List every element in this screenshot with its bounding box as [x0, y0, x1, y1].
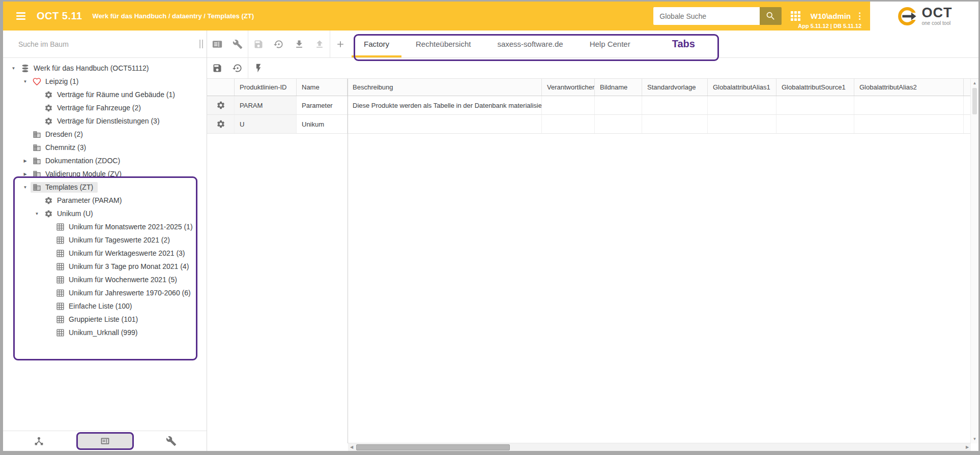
sidebar-resize-handle[interactable]: [199, 40, 203, 48]
tree-item[interactable]: Dresden (2): [3, 128, 207, 141]
table-cell: [776, 115, 854, 133]
grid-icon: [55, 262, 65, 271]
user-menu[interactable]: W10\admin ⋮: [811, 12, 870, 20]
table-cell: [595, 115, 642, 133]
search-button[interactable]: [760, 7, 782, 25]
horizontal-scroll-thumb[interactable]: [356, 444, 510, 450]
column-header[interactable]: Produktlinien-ID: [235, 79, 297, 96]
tree-search-input[interactable]: [3, 40, 187, 49]
tab-factory[interactable]: Factory: [351, 31, 402, 57]
hierarchy-icon: [34, 436, 44, 446]
caret-down-icon[interactable]: ▼: [32, 211, 42, 216]
tree-item[interactable]: ▼Unikum (U): [3, 207, 207, 220]
hamburger-menu-icon[interactable]: [16, 10, 25, 21]
column-header[interactable]: GlobalattributSource1: [776, 79, 854, 96]
grid-icon: [55, 328, 65, 337]
table-cell: U: [235, 115, 297, 133]
grid-icon: [55, 236, 65, 245]
tree-item[interactable]: ▼Werk für das Handbuch (OCT51112): [3, 62, 207, 75]
column-header-actions[interactable]: [207, 79, 235, 96]
main-upload-button: [309, 31, 330, 57]
tree-search-row: [3, 31, 207, 58]
tree-item[interactable]: Unikum für Tageswerte 2021 (2): [3, 233, 207, 247]
column-header[interactable]: Beschreibung: [348, 79, 542, 96]
table-row[interactable]: UUnikum: [207, 115, 978, 134]
tab-saxess-software-de[interactable]: saxess-software.de: [484, 31, 576, 57]
tree-item[interactable]: Verträge für Fahrzeuge (2): [3, 101, 207, 114]
tree-item[interactable]: ▼Templates (ZT): [3, 180, 207, 194]
tree-item-label: Unikum für Jahreswerte 1970-2060 (6): [69, 289, 191, 297]
building-icon: [32, 143, 42, 152]
tree-item[interactable]: ▼Leipzig (1): [3, 75, 207, 88]
grid-save-button[interactable]: [207, 58, 227, 78]
main-restore-button[interactable]: [269, 31, 289, 57]
scroll-right-arrow-icon[interactable]: ▶: [964, 443, 971, 451]
tree-item[interactable]: Unikum für Werktageswerte 2021 (3): [3, 247, 207, 260]
table-cell: Parameter: [297, 96, 348, 114]
card-view-icon: [212, 39, 222, 49]
gear-icon: [43, 209, 53, 218]
annotation-footer-pill: [76, 432, 134, 450]
column-header[interactable]: Bildname: [595, 79, 642, 96]
grid-flash-button[interactable]: [248, 58, 269, 78]
horizontal-scrollbar[interactable]: ◀ ▶: [348, 443, 971, 451]
restore-icon: [274, 39, 284, 49]
tree: ▼Werk für das Handbuch (OCT51112)▼Leipzi…: [3, 58, 207, 431]
tree-item[interactable]: Einfache Liste (100): [3, 299, 207, 313]
tab-rechte-bersicht[interactable]: Rechteübersicht: [402, 31, 484, 57]
tree-item-label: Chemnitz (3): [45, 143, 86, 151]
tree-item[interactable]: ▶Validierung Module (ZV): [3, 167, 207, 180]
scroll-down-arrow-icon[interactable]: ▼: [971, 437, 978, 441]
tree-item[interactable]: Chemnitz (3): [3, 141, 207, 154]
caret-down-icon[interactable]: ▼: [20, 185, 31, 190]
tab-help-center[interactable]: Help Center: [577, 31, 644, 57]
tree-item-label: Dokumentation (ZDOC): [45, 157, 120, 165]
tree-item[interactable]: Unikum für Monatswerte 2021-2025 (1): [3, 220, 207, 233]
table-cell: Unikum: [297, 115, 348, 133]
app-window: OCT 5.11 Werk für das Handbuch / dataent…: [3, 2, 978, 451]
vertical-scroll-thumb[interactable]: [972, 88, 977, 114]
table-row[interactable]: PARAMParameterDiese Produkte werden als …: [207, 96, 978, 115]
building-icon: [32, 157, 42, 165]
main-download-button[interactable]: [289, 31, 309, 57]
tree-item[interactable]: ▶Dokumentation (ZDOC): [3, 154, 207, 167]
row-gear-icon[interactable]: [207, 115, 235, 133]
scroll-left-arrow-icon[interactable]: ◀: [348, 443, 355, 451]
database-icon: [20, 64, 30, 73]
main-wrench-button[interactable]: [227, 31, 248, 57]
tree-item-label: Unikum_Urknall (999): [69, 328, 137, 337]
tree-item[interactable]: Unikum für Jahreswerte 1970-2060 (6): [3, 286, 207, 299]
sidebar-view-wrench-button[interactable]: [166, 436, 177, 446]
building-icon: [32, 130, 42, 139]
column-header[interactable]: GlobalattributAlias1: [708, 79, 776, 96]
tree-item[interactable]: Gruppierte Liste (101): [3, 313, 207, 326]
apps-grid-icon[interactable]: [791, 11, 800, 21]
sidebar-view-hierarchy-button[interactable]: [34, 436, 44, 446]
caret-down-icon[interactable]: ▼: [8, 66, 19, 71]
scroll-up-arrow-icon[interactable]: ▲: [971, 81, 978, 85]
tree-item-label: Unikum für Wochenwerte 2021 (5): [69, 276, 177, 284]
sidebar-view-panel-button[interactable]: [100, 436, 110, 446]
tree-item-label: Unikum für 3 Tage pro Monat 2021 (4): [69, 262, 189, 270]
global-search-input[interactable]: [653, 7, 760, 25]
kebab-menu-icon[interactable]: ⋮: [855, 12, 864, 20]
tree-item[interactable]: Unikum_Urknall (999): [3, 326, 207, 339]
tree-item[interactable]: Verträge für Räume und Gebäude (1): [3, 88, 207, 101]
tree-item[interactable]: Unikum für Wochenwerte 2021 (5): [3, 273, 207, 286]
tree-item[interactable]: Parameter (PARAM): [3, 194, 207, 207]
main-add-button[interactable]: [330, 31, 351, 57]
column-header[interactable]: Verantwortlicher: [542, 79, 595, 96]
caret-right-icon[interactable]: ▶: [20, 172, 31, 176]
row-gear-icon[interactable]: [207, 96, 235, 114]
column-header[interactable]: Standardvorlage: [642, 79, 708, 96]
tree-item[interactable]: Unikum für 3 Tage pro Monat 2021 (4): [3, 260, 207, 273]
grid-restore-button[interactable]: [227, 58, 248, 78]
caret-right-icon[interactable]: ▶: [20, 159, 31, 163]
vertical-scrollbar[interactable]: ▲ ▼: [970, 79, 978, 443]
global-search: [653, 7, 782, 25]
caret-down-icon[interactable]: ▼: [20, 79, 31, 84]
column-header[interactable]: Name: [297, 79, 348, 96]
column-header[interactable]: GlobalattributAlias2: [854, 79, 964, 96]
main-card-view-button[interactable]: [207, 31, 227, 57]
tree-item[interactable]: Verträge für Dienstleistungen (3): [3, 114, 207, 128]
